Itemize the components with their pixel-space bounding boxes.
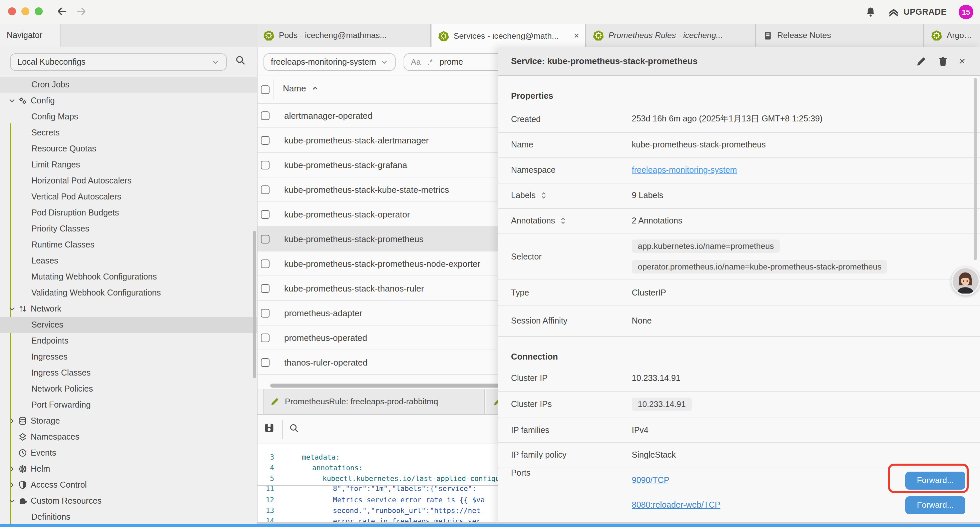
- sidebar-item-endpoints[interactable]: Endpoints: [0, 333, 257, 349]
- chevron-down-icon[interactable]: [8, 497, 16, 505]
- sidebar-item-network[interactable]: Network: [0, 301, 257, 317]
- sidebar-item-access-control[interactable]: Access Control: [0, 477, 257, 493]
- sidebar-item-namespaces[interactable]: Namespaces: [0, 429, 257, 445]
- close-window-button[interactable]: [8, 7, 16, 15]
- service-detail-panel: Service: kube-prometheus-stack-prometheu…: [498, 47, 980, 527]
- name-column-label: Name: [283, 83, 306, 93]
- sidebar-item-ingresses[interactable]: Ingresses: [0, 349, 257, 365]
- tab-pods[interactable]: Pods - icecheng@mathmas...: [258, 24, 431, 47]
- detail-label: Annotations: [498, 216, 632, 226]
- forward-button[interactable]: [75, 5, 88, 18]
- row-checkbox[interactable]: [261, 309, 269, 317]
- sidebar-item-vertical-pod-autoscalers[interactable]: Vertical Pod Autoscalers: [0, 189, 257, 205]
- sidebar-item-events[interactable]: Events: [0, 445, 257, 461]
- sidebar-item-label: Network Policies: [31, 384, 93, 393]
- row-checkbox[interactable]: [261, 259, 269, 268]
- sidebar-item-config[interactable]: Config: [0, 93, 257, 109]
- row-checkbox[interactable]: [261, 333, 269, 342]
- close-tab-icon[interactable]: ×: [574, 31, 579, 41]
- editor-search-button[interactable]: [289, 423, 299, 434]
- delete-button[interactable]: [938, 56, 948, 66]
- sidebar-item-services[interactable]: Services: [0, 317, 257, 333]
- assistant-avatar[interactable]: [951, 267, 980, 296]
- tab-argo[interactable]: Argo Se: [925, 24, 980, 47]
- upgrade-button[interactable]: UPGRADE: [888, 6, 947, 18]
- row-checkbox[interactable]: [261, 111, 269, 120]
- namespace-filter-dropdown[interactable]: freeleaps-monitoring-system: [264, 53, 396, 71]
- close-panel-button[interactable]: ×: [959, 56, 965, 66]
- sidebar-item-validating-webhook-configurations[interactable]: Validating Webhook Configurations: [0, 285, 257, 301]
- sidebar-item-limit-ranges[interactable]: Limit Ranges: [0, 157, 257, 173]
- row-checkbox[interactable]: [261, 185, 269, 194]
- port-forward-button[interactable]: Forward...: [905, 496, 965, 514]
- row-checkbox[interactable]: [261, 234, 269, 243]
- sidebar-item-leases[interactable]: Leases: [0, 253, 257, 269]
- sidebar-item-runtime-classes[interactable]: Runtime Classes: [0, 237, 257, 253]
- row-checkbox[interactable]: [261, 136, 269, 145]
- editor-tab-active[interactable]: PrometheusRule: freeleaps-prod-rabbitmq: [263, 389, 485, 414]
- sidebar-item-custom-resources[interactable]: Custom Resources: [0, 493, 257, 509]
- select-all-checkbox[interactable]: [261, 85, 269, 94]
- chevron-down-icon: [380, 58, 388, 66]
- sidebar-item-ingress-classes[interactable]: Ingress Classes: [0, 365, 257, 381]
- row-checkbox[interactable]: [261, 358, 269, 366]
- tab-label: Services - icecheng@math...: [453, 31, 567, 40]
- sort-toggle-icon[interactable]: [540, 191, 547, 199]
- back-button[interactable]: [56, 5, 68, 18]
- sidebar-scrollbar[interactable]: [253, 231, 256, 378]
- sidebar-item-label: Namespaces: [31, 432, 80, 442]
- yaml-code: second.","runbook_url":"https://net: [278, 506, 480, 514]
- tab-release[interactable]: Release Notes: [757, 24, 924, 47]
- chevron-down-icon[interactable]: [8, 305, 16, 313]
- sidebar-item-pod-disruption-budgets[interactable]: Pod Disruption Budgets: [0, 205, 257, 221]
- row-checkbox[interactable]: [261, 161, 269, 169]
- minimize-window-button[interactable]: [21, 7, 29, 15]
- sidebar-item-horizontal-pod-autoscalers[interactable]: Horizontal Pod Autoscalers: [0, 173, 257, 189]
- tab-prometheus[interactable]: Prometheus Rules - icecheng...: [587, 24, 756, 47]
- sidebar-item-label: Storage: [31, 416, 60, 426]
- port-link[interactable]: 9090/TCP: [632, 476, 670, 485]
- sidebar-item-helm[interactable]: Helm: [0, 461, 257, 477]
- detail-value: IPv4: [632, 425, 648, 435]
- name-column-header[interactable]: Name: [283, 83, 318, 93]
- sidebar-item-resource-quotas[interactable]: Resource Quotas: [0, 141, 257, 157]
- row-checkbox[interactable]: [261, 210, 269, 218]
- match-case-toggle[interactable]: Aa: [411, 57, 421, 67]
- sort-toggle-icon[interactable]: [560, 217, 566, 225]
- maximize-window-button[interactable]: [35, 7, 43, 15]
- sidebar-item-label: Resource Quotas: [31, 144, 96, 153]
- detail-scrollbar[interactable]: [974, 78, 977, 260]
- chevron-right-icon[interactable]: [8, 481, 16, 489]
- port-link[interactable]: 8080:reloader-web/TCP: [632, 500, 720, 509]
- notifications-bell-button[interactable]: [865, 7, 876, 18]
- sidebar-item-network-policies[interactable]: Network Policies: [0, 381, 257, 397]
- sidebar-item-cron-jobs[interactable]: Cron Jobs: [0, 77, 257, 93]
- chevron-right-icon[interactable]: [8, 465, 16, 473]
- sidebar-item-mutating-webhook-configurations[interactable]: Mutating Webhook Configurations: [0, 269, 257, 285]
- pencil-icon: [270, 397, 280, 406]
- tab-services[interactable]: Services - icecheng@math...×: [432, 24, 586, 47]
- save-button[interactable]: [264, 422, 275, 434]
- navigator-tab[interactable]: Navigator: [0, 24, 61, 47]
- sidebar-item-storage[interactable]: Storage: [0, 413, 257, 429]
- layers-icon: [18, 432, 27, 442]
- regex-toggle[interactable]: .*: [427, 57, 433, 67]
- sidebar-item-definitions[interactable]: Definitions: [0, 509, 257, 525]
- detail-value: None: [632, 317, 652, 326]
- detail-row-labels: Labels9 Labels: [498, 182, 980, 208]
- kubeconfig-selector[interactable]: Local Kubeconfigs: [10, 53, 227, 71]
- detail-label: Created: [498, 115, 632, 124]
- row-checkbox[interactable]: [261, 284, 269, 293]
- sidebar-item-secrets[interactable]: Secrets: [0, 125, 257, 141]
- notification-count-badge[interactable]: 15: [959, 5, 973, 19]
- chevron-right-icon[interactable]: [8, 417, 16, 425]
- sidebar-item-config-maps[interactable]: Config Maps: [0, 109, 257, 125]
- chevron-down-icon[interactable]: [8, 97, 16, 105]
- namespace-link[interactable]: freeleaps-monitoring-system: [632, 166, 737, 175]
- sidebar-item-label: Cron Jobs: [31, 80, 69, 89]
- edit-button[interactable]: [916, 56, 926, 66]
- sidebar-item-priority-classes[interactable]: Priority Classes: [0, 221, 257, 237]
- sidebar-search-button[interactable]: [235, 55, 246, 66]
- sidebar-item-port-forwarding[interactable]: Port Forwarding: [0, 397, 257, 413]
- detail-label: Ports: [498, 468, 632, 477]
